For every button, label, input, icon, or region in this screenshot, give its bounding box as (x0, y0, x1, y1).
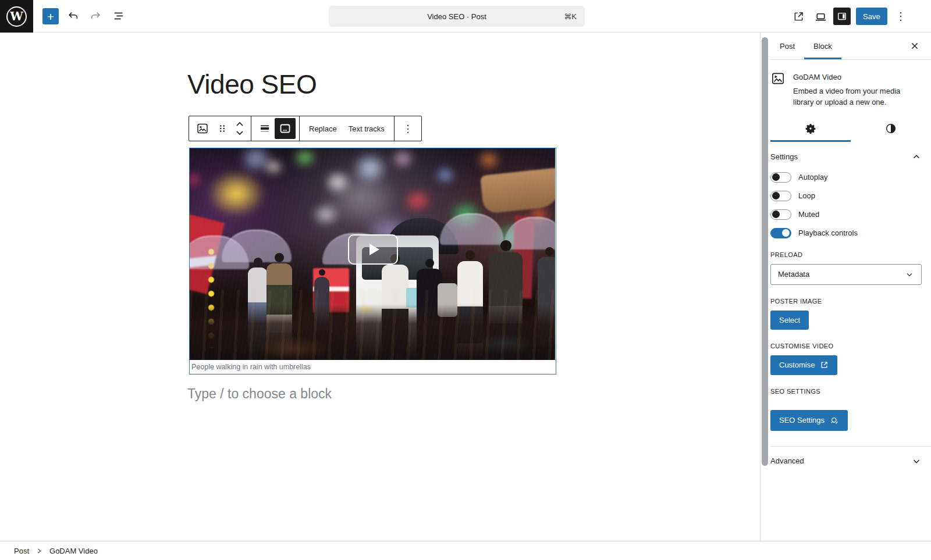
toggle-knob (772, 173, 780, 181)
move-up-button[interactable] (235, 121, 244, 128)
breadcrumb-block: GoDAM Video (49, 547, 98, 555)
drag-handle-icon (217, 123, 228, 134)
breadcrumb-post[interactable]: Post (14, 547, 29, 555)
breadcrumb-bar: Post GoDAM Video (0, 541, 931, 560)
search-icon (830, 416, 839, 425)
block-inserter-button[interactable]: + (42, 8, 59, 24)
sidebar-tabs: Post Block (770, 33, 931, 60)
redo-icon (89, 10, 102, 23)
more-vertical-icon: ⋮ (896, 10, 906, 23)
preload-value: Metadata (778, 270, 809, 279)
chevron-down-icon (905, 270, 914, 279)
sidebar-panel-icon (836, 10, 848, 22)
block-toolbar-group-main (189, 116, 251, 141)
seo-settings-button-label: SEO Settings (779, 416, 825, 425)
playback-controls-toolbar-button[interactable] (275, 118, 296, 139)
godam-video-block-icon (770, 71, 786, 86)
chevron-up-icon (235, 121, 244, 128)
view-button[interactable] (813, 9, 827, 23)
document-overview-pill[interactable]: Video SEO · Post ⌘K (329, 6, 585, 27)
undo-icon (67, 10, 80, 23)
settings-panel-title: Settings (770, 152, 798, 161)
advanced-panel-header[interactable]: Advanced (770, 447, 931, 476)
drag-handle[interactable] (212, 119, 232, 138)
video-block-icon (196, 122, 209, 135)
align-icon (259, 123, 271, 134)
block-options-button[interactable]: ⋮ (398, 119, 418, 138)
preload-label: PRELOAD (770, 251, 922, 258)
options-menu-button[interactable]: ⋮ (894, 8, 908, 24)
advanced-label: Advanced (770, 456, 804, 465)
muted-toggle[interactable] (770, 209, 791, 220)
playback-controls-toggle[interactable] (770, 228, 791, 238)
external-link-icon (793, 10, 805, 23)
play-icon (369, 244, 379, 255)
tab-post[interactable]: Post (770, 33, 804, 59)
settings-sidebar-toggle-button[interactable] (833, 8, 851, 25)
block-toolbar: Replace Text tracks ⋮ (189, 116, 422, 141)
chevron-down-icon (235, 129, 244, 136)
move-down-button[interactable] (235, 129, 244, 136)
align-button[interactable] (255, 119, 275, 138)
more-vertical-icon: ⋮ (403, 123, 413, 135)
customise-button[interactable]: Customise (770, 355, 837, 375)
video-controls-icon (278, 122, 292, 135)
chevron-up-icon (911, 152, 922, 162)
editor-canvas: Video SEO Replace Text tracks (0, 33, 760, 541)
video-block-type-button[interactable] (193, 119, 212, 138)
breadcrumb-chevron-icon (35, 547, 43, 555)
plus-icon: + (47, 10, 54, 23)
poster-image-label: POSTER IMAGE (770, 298, 922, 305)
redo-button[interactable] (88, 9, 102, 23)
video-caption[interactable]: People walking in rain with umbrellas (190, 360, 556, 374)
editor-scrollbar[interactable] (762, 37, 768, 466)
autoplay-label: Autoplay (798, 173, 828, 181)
block-toolbar-group-display (251, 116, 299, 141)
seo-settings-button[interactable]: SEO Settings (770, 410, 848, 431)
autoplay-row: Autoplay (770, 172, 922, 183)
laptop-icon (814, 10, 827, 23)
post-title-input[interactable]: Video SEO (187, 69, 317, 100)
undo-button[interactable] (66, 9, 80, 23)
poster-select-button[interactable]: Select (770, 311, 809, 330)
command-shortcut: ⌘K (564, 12, 577, 21)
autoplay-toggle[interactable] (770, 172, 791, 183)
empty-block-placeholder[interactable]: Type / to choose a block (187, 386, 332, 402)
block-card: GoDAM Video Embed a video from your medi… (770, 60, 931, 110)
save-button[interactable]: Save (856, 8, 887, 25)
replace-button[interactable]: Replace (303, 119, 343, 138)
play-button-overlay[interactable] (348, 234, 398, 265)
toggle-knob (772, 192, 780, 199)
external-link-icon (820, 361, 829, 369)
loop-toggle[interactable] (770, 191, 791, 201)
wordpress-logo-icon: W (6, 6, 27, 27)
list-view-icon (112, 10, 125, 23)
close-sidebar-button[interactable] (905, 37, 924, 55)
muted-label: Muted (798, 210, 819, 219)
tab-settings[interactable] (770, 115, 851, 142)
playback-controls-label: Playback controls (798, 229, 858, 237)
block-card-title: GoDAM Video (793, 73, 916, 81)
tab-styles[interactable] (851, 115, 931, 142)
contrast-styles-icon (884, 122, 897, 135)
loop-label: Loop (798, 191, 815, 200)
tab-block[interactable]: Block (804, 33, 841, 59)
settings-panel-header[interactable]: Settings (770, 142, 922, 172)
customise-button-label: Customise (779, 361, 815, 369)
customise-video-label: CUSTOMISE VIDEO (770, 343, 922, 349)
settings-panel: Settings Autoplay Loop Muted Playback co… (770, 142, 931, 431)
godam-video-block[interactable]: 45-58 (189, 148, 556, 374)
document-title: Video SEO · Post (427, 12, 486, 21)
block-toolbar-group-more: ⋮ (394, 116, 421, 141)
playback-controls-row: Playback controls (770, 228, 922, 238)
preload-select[interactable]: Metadata (770, 264, 922, 285)
list-view-button[interactable] (112, 9, 126, 23)
wordpress-menu-button[interactable]: W (0, 0, 33, 33)
toggle-knob (772, 211, 780, 218)
preview-external-button[interactable] (791, 9, 805, 23)
video-preview[interactable]: 45-58 (190, 148, 555, 360)
close-icon (909, 41, 920, 51)
inspector-tabs (770, 115, 931, 142)
settings-sidebar: Post Block GoDAM Video Embed a video fro… (760, 33, 931, 541)
text-tracks-button[interactable]: Text tracks (343, 119, 390, 138)
